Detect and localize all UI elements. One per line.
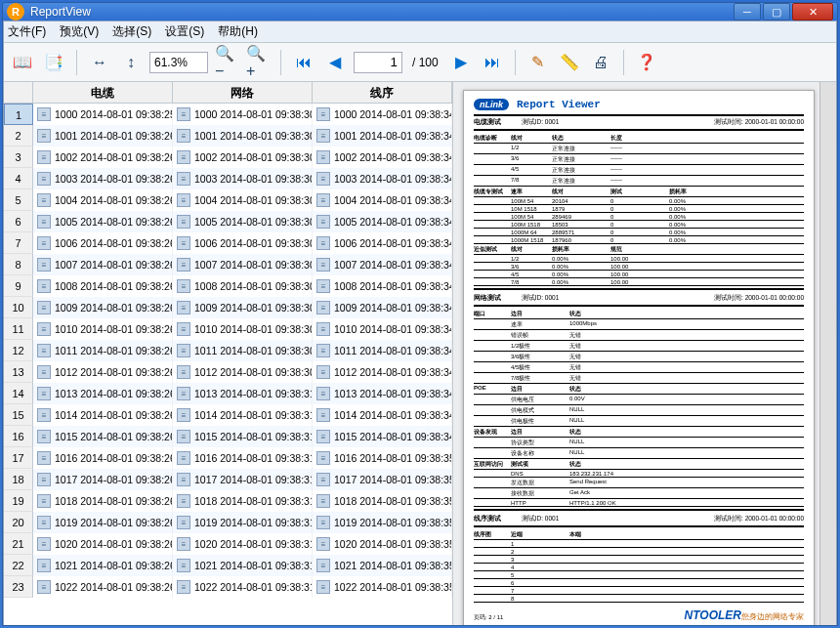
menu-select[interactable]: 选择(S) xyxy=(112,23,151,40)
table-row[interactable]: 23≡1022 2014-08-01 09:38:26≡1022 2014-08… xyxy=(4,576,452,598)
cell[interactable]: ≡1006 2014-08-01 09:38:34 xyxy=(313,232,452,254)
table-row[interactable]: 21≡1020 2014-08-01 09:38:26≡1020 2014-08… xyxy=(4,533,452,555)
cell[interactable]: ≡1016 2014-08-01 09:38:26 xyxy=(33,447,173,469)
page-input[interactable] xyxy=(354,52,402,73)
cell[interactable]: ≡1010 2014-08-01 09:38:30 xyxy=(173,318,313,340)
row-number[interactable]: 9 xyxy=(4,275,33,297)
cell[interactable]: ≡1005 2014-08-01 09:38:26 xyxy=(33,211,173,232)
cell[interactable]: ≡1015 2014-08-01 09:38:34 xyxy=(313,426,452,447)
row-list[interactable]: 1≡1000 2014-08-01 09:38:25≡1000 2014-08-… xyxy=(4,104,452,626)
table-row[interactable]: 2≡1001 2014-08-01 09:38:26≡1001 2014-08-… xyxy=(4,125,452,147)
cell[interactable]: ≡1022 2014-08-01 09:38:35 xyxy=(313,576,452,598)
pages-icon[interactable]: 📑 xyxy=(41,50,66,75)
first-page-icon[interactable]: ⏮ xyxy=(291,50,316,75)
cell[interactable]: ≡1002 2014-08-01 09:38:34 xyxy=(313,147,452,168)
cell[interactable]: ≡1022 2014-08-01 09:38:26 xyxy=(33,576,173,598)
cell[interactable]: ≡1001 2014-08-01 09:38:26 xyxy=(33,125,173,147)
cell[interactable]: ≡1021 2014-08-01 09:38:35 xyxy=(313,555,452,576)
cell[interactable]: ≡1008 2014-08-01 09:38:34 xyxy=(313,275,452,297)
cell[interactable]: ≡1000 2014-08-01 09:38:34 xyxy=(313,104,452,125)
cell[interactable]: ≡1010 2014-08-01 09:38:26 xyxy=(33,318,173,340)
col-header-1[interactable]: 电缆 xyxy=(33,82,173,103)
menu-preview[interactable]: 预览(V) xyxy=(60,23,99,40)
cell[interactable]: ≡1006 2014-08-01 09:38:30 xyxy=(173,232,313,254)
table-row[interactable]: 14≡1013 2014-08-01 09:38:26≡1013 2014-08… xyxy=(4,383,452,404)
row-number[interactable]: 12 xyxy=(4,340,33,361)
table-row[interactable]: 16≡1015 2014-08-01 09:38:26≡1015 2014-08… xyxy=(4,426,452,447)
cell[interactable]: ≡1007 2014-08-01 09:38:34 xyxy=(313,254,452,275)
prev-page-icon[interactable]: ◀ xyxy=(322,50,348,75)
fit-width-icon[interactable]: ↔ xyxy=(87,50,112,75)
help-icon[interactable]: ❓ xyxy=(634,50,659,75)
cell[interactable]: ≡1015 2014-08-01 09:38:26 xyxy=(33,426,173,447)
cell[interactable]: ≡1018 2014-08-01 09:38:35 xyxy=(313,490,452,512)
table-row[interactable]: 22≡1021 2014-08-01 09:38:26≡1021 2014-08… xyxy=(4,555,452,576)
cell[interactable]: ≡1018 2014-08-01 09:38:31 xyxy=(173,490,313,512)
row-number[interactable]: 2 xyxy=(4,125,33,147)
cell[interactable]: ≡1008 2014-08-01 09:38:26 xyxy=(33,275,173,297)
zoom-out-icon[interactable]: 🔍− xyxy=(214,50,239,75)
cell[interactable]: ≡1014 2014-08-01 09:38:31 xyxy=(173,404,313,426)
table-row[interactable]: 20≡1019 2014-08-01 09:38:26≡1019 2014-08… xyxy=(4,512,452,533)
cell[interactable]: ≡1016 2014-08-01 09:38:31 xyxy=(173,447,313,469)
cell[interactable]: ≡1012 2014-08-01 09:38:34 xyxy=(313,361,452,383)
row-number[interactable]: 17 xyxy=(4,447,33,469)
cell[interactable]: ≡1020 2014-08-01 09:38:35 xyxy=(313,533,452,555)
cell[interactable]: ≡1001 2014-08-01 09:38:30 xyxy=(173,125,313,147)
row-number[interactable]: 11 xyxy=(4,318,33,340)
cell[interactable]: ≡1002 2014-08-01 09:38:30 xyxy=(173,147,313,168)
menu-help[interactable]: 帮助(H) xyxy=(218,23,258,40)
table-row[interactable]: 19≡1018 2014-08-01 09:38:26≡1018 2014-08… xyxy=(4,490,452,512)
row-number[interactable]: 6 xyxy=(4,211,33,232)
row-number[interactable]: 1 xyxy=(4,104,33,125)
minimize-button[interactable]: ─ xyxy=(734,3,761,21)
cell[interactable]: ≡1017 2014-08-01 09:38:31 xyxy=(173,469,313,490)
row-number[interactable]: 23 xyxy=(4,576,33,598)
cell[interactable]: ≡1011 2014-08-01 09:38:30 xyxy=(173,340,313,361)
row-number[interactable]: 4 xyxy=(4,168,33,189)
cell[interactable]: ≡1000 2014-08-01 09:38:25 xyxy=(33,104,173,125)
table-row[interactable]: 11≡1010 2014-08-01 09:38:26≡1010 2014-08… xyxy=(4,318,452,340)
table-row[interactable]: 18≡1017 2014-08-01 09:38:26≡1017 2014-08… xyxy=(4,469,452,490)
menu-file[interactable]: 文件(F) xyxy=(8,23,46,40)
cell[interactable]: ≡1021 2014-08-01 09:38:26 xyxy=(33,555,173,576)
row-number[interactable]: 7 xyxy=(4,232,33,254)
rownum-header[interactable] xyxy=(4,82,33,103)
row-number[interactable]: 16 xyxy=(4,426,33,447)
row-number[interactable]: 19 xyxy=(4,490,33,512)
print-icon[interactable]: 🖨 xyxy=(588,50,613,75)
cell[interactable]: ≡1013 2014-08-01 09:38:31 xyxy=(173,383,313,404)
maximize-button[interactable]: ▢ xyxy=(763,3,790,21)
row-number[interactable]: 18 xyxy=(4,469,33,490)
cell[interactable]: ≡1010 2014-08-01 09:38:34 xyxy=(313,318,452,340)
cell[interactable]: ≡1006 2014-08-01 09:38:26 xyxy=(33,232,173,254)
cell[interactable]: ≡1003 2014-08-01 09:38:34 xyxy=(313,168,452,189)
cell[interactable]: ≡1002 2014-08-01 09:38:26 xyxy=(33,147,173,168)
cell[interactable]: ≡1019 2014-08-01 09:38:26 xyxy=(33,512,173,533)
row-number[interactable]: 22 xyxy=(4,555,33,576)
cell[interactable]: ≡1001 2014-08-01 09:38:34 xyxy=(313,125,452,147)
menu-settings[interactable]: 设置(S) xyxy=(165,23,204,40)
cell[interactable]: ≡1007 2014-08-01 09:38:30 xyxy=(173,254,313,275)
table-row[interactable]: 5≡1004 2014-08-01 09:38:26≡1004 2014-08-… xyxy=(4,189,452,211)
table-row[interactable]: 17≡1016 2014-08-01 09:38:26≡1016 2014-08… xyxy=(4,447,452,469)
cell[interactable]: ≡1004 2014-08-01 09:38:30 xyxy=(173,189,313,211)
cell[interactable]: ≡1021 2014-08-01 09:38:31 xyxy=(173,555,313,576)
cell[interactable]: ≡1012 2014-08-01 09:38:30 xyxy=(173,361,313,383)
titlebar[interactable]: R ReportView ─ ▢ ✕ xyxy=(3,3,837,21)
open-file-icon[interactable]: 📖 xyxy=(10,50,35,75)
cell[interactable]: ≡1014 2014-08-01 09:38:34 xyxy=(313,404,452,426)
col-header-2[interactable]: 网络 xyxy=(173,82,313,103)
cell[interactable]: ≡1003 2014-08-01 09:38:30 xyxy=(173,168,313,189)
table-row[interactable]: 13≡1012 2014-08-01 09:38:26≡1012 2014-08… xyxy=(4,361,452,383)
preview-panel[interactable]: nLink Report Viewer 电缆测试 测试ID: 0001 测试时间… xyxy=(453,82,836,626)
last-page-icon[interactable]: ⏭ xyxy=(480,50,505,75)
cell[interactable]: ≡1019 2014-08-01 09:38:35 xyxy=(313,512,452,533)
cell[interactable]: ≡1019 2014-08-01 09:38:31 xyxy=(173,512,313,533)
next-page-icon[interactable]: ▶ xyxy=(448,50,474,75)
row-number[interactable]: 10 xyxy=(4,297,33,318)
cell[interactable]: ≡1020 2014-08-01 09:38:26 xyxy=(33,533,173,555)
cell[interactable]: ≡1014 2014-08-01 09:38:26 xyxy=(33,404,173,426)
table-row[interactable]: 1≡1000 2014-08-01 09:38:25≡1000 2014-08-… xyxy=(4,104,452,125)
table-row[interactable]: 8≡1007 2014-08-01 09:38:26≡1007 2014-08-… xyxy=(4,254,452,275)
